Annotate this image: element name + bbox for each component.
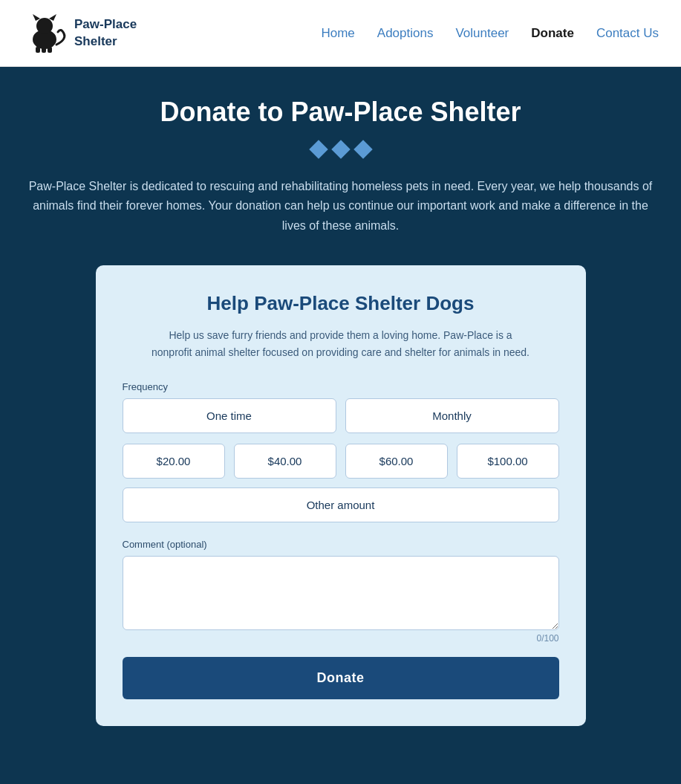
other-amount-button[interactable]: Other amount (123, 487, 559, 522)
char-count: 0/100 (123, 633, 559, 644)
donation-card: Help Paw-Place Shelter Dogs Help us save… (96, 265, 586, 726)
amount-40-button[interactable]: $40.00 (234, 444, 336, 479)
diamond-1 (309, 140, 328, 158)
card-title: Help Paw-Place Shelter Dogs (123, 292, 559, 315)
navbar: Paw-Place Shelter Home Adoptions Volunte… (0, 0, 681, 67)
svg-marker-3 (49, 14, 56, 21)
comment-textarea[interactable] (123, 556, 559, 630)
main-content: Donate to Paw-Place Shelter Paw-Place Sh… (0, 67, 681, 771)
intro-text: Paw-Place Shelter is dedicated to rescui… (22, 177, 660, 236)
nav-donate[interactable]: Donate (531, 26, 574, 41)
cat-logo-icon (22, 11, 67, 56)
nav-home[interactable]: Home (321, 26, 354, 41)
page-title: Donate to Paw-Place Shelter (15, 97, 666, 128)
nav-contact[interactable]: Contact Us (596, 26, 659, 41)
frequency-onetime-button[interactable]: One time (123, 398, 336, 433)
diamond-3 (353, 140, 372, 158)
svg-point-1 (36, 18, 53, 34)
comment-label: Comment (optional) (123, 539, 559, 550)
svg-rect-5 (42, 47, 46, 53)
frequency-label: Frequency (123, 381, 559, 392)
donate-button[interactable]: Donate (123, 657, 559, 699)
amount-grid: $20.00 $40.00 $60.00 $100.00 (123, 444, 559, 479)
amount-60-button[interactable]: $60.00 (345, 444, 448, 479)
svg-marker-2 (33, 14, 40, 21)
diamond-2 (331, 140, 350, 158)
nav-links: Home Adoptions Volunteer Donate Contact … (321, 26, 659, 41)
logo: Paw-Place Shelter (22, 11, 137, 56)
nav-volunteer[interactable]: Volunteer (455, 26, 509, 41)
logo-text: Paw-Place Shelter (74, 16, 137, 49)
svg-rect-4 (36, 47, 40, 53)
amount-20-button[interactable]: $20.00 (123, 444, 225, 479)
card-subtitle: Help us save furry friends and provide t… (148, 327, 534, 360)
amount-100-button[interactable]: $100.00 (457, 444, 559, 479)
frequency-monthly-button[interactable]: Monthly (345, 398, 559, 433)
nav-adoptions[interactable]: Adoptions (377, 26, 434, 41)
decorative-diamonds (15, 143, 666, 156)
svg-rect-6 (48, 47, 52, 53)
frequency-row: One time Monthly (123, 398, 559, 433)
